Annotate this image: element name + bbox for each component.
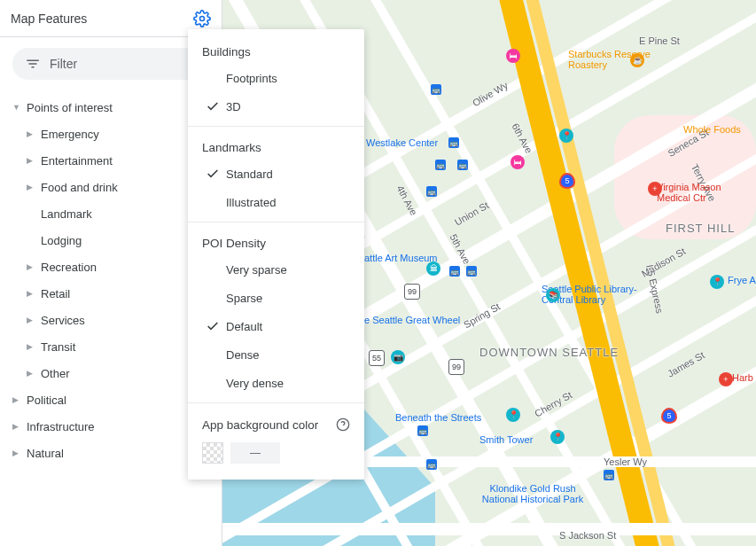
shield-99: 99: [448, 359, 464, 375]
chevron-right-icon: ▶: [27, 183, 35, 191]
filter-placeholder: Filter: [50, 57, 77, 71]
shield-99: 99: [404, 284, 420, 300]
bg-color-input[interactable]: [230, 442, 280, 464]
option-footprints[interactable]: Footprints: [188, 64, 364, 92]
pin-library-icon: 📚: [546, 288, 560, 302]
area-downtown: DOWNTOWN SEATTLE: [479, 346, 619, 359]
shield-i5: 5: [559, 173, 575, 189]
transit-icon: 🚌: [457, 160, 468, 170]
poi-sam: attle Art Museum: [364, 253, 438, 263]
option-standard[interactable]: Standard: [188, 160, 364, 188]
chevron-right-icon: ▶: [27, 129, 35, 138]
check-icon: [202, 99, 223, 113]
transit-icon: 🚌: [604, 470, 614, 480]
check-icon: [202, 167, 223, 181]
section-bg: App background color: [188, 409, 364, 437]
chevron-right-icon: ▶: [27, 342, 35, 351]
poi-beneath: Beneath the Streets: [395, 412, 481, 423]
poi-starbucks: Starbucks Reserve Roastery: [568, 49, 666, 70]
transit-icon: 🚌: [449, 266, 460, 277]
poi-wheel: e Seattle Great Wheel: [364, 315, 460, 325]
poi-wholefoods: Whole Foods: [683, 124, 741, 135]
pin-medical-icon: +: [719, 372, 733, 386]
pin-landmark-icon: 📍: [710, 275, 724, 289]
street-pine: E Pine St: [639, 35, 680, 46]
transit-icon: 🚌: [435, 160, 446, 170]
transit-icon: 🚌: [417, 425, 428, 436]
street-union: Union St: [453, 199, 491, 227]
section-density: POI Density: [188, 228, 364, 255]
option-very-sparse[interactable]: Very sparse: [188, 255, 364, 284]
color-swatch[interactable]: [202, 442, 223, 464]
option-default[interactable]: Default: [188, 312, 364, 340]
divider: [188, 222, 364, 222]
pin-landmark-icon: 📍: [559, 129, 573, 143]
transit-icon: 🚌: [448, 137, 459, 148]
sidebar-title: Map Features: [11, 12, 87, 26]
option-very-dense[interactable]: Very dense: [188, 369, 364, 397]
pin-lodging-icon: 🛏: [506, 49, 520, 63]
poi-frye: Frye A: [728, 275, 756, 285]
pin-landmark-icon: 📍: [550, 430, 565, 444]
transit-icon: 🚌: [431, 84, 441, 95]
filter-input[interactable]: Filter: [12, 48, 209, 80]
pin-museum-icon: 🏛: [426, 261, 440, 276]
chevron-right-icon: ▶: [27, 262, 35, 271]
option-sparse[interactable]: Sparse: [188, 284, 364, 312]
help-icon[interactable]: [336, 417, 350, 432]
pin-food-icon: ☕: [630, 53, 644, 67]
option-3d[interactable]: 3D: [188, 92, 364, 121]
poi-westlake: Westlake Center: [366, 137, 438, 148]
transit-icon: 🚌: [426, 186, 437, 197]
shield-55: 55: [369, 350, 385, 366]
transit-icon: 🚌: [426, 459, 437, 470]
transit-icon: 🚌: [466, 266, 477, 277]
chevron-right-icon: ▶: [12, 422, 21, 431]
chevron-right-icon: ▶: [27, 316, 35, 324]
poi-klondike: Klondike Gold Rush National Historical P…: [471, 483, 595, 504]
chevron-right-icon: ▶: [27, 156, 35, 165]
street-yesler: Yesler Wy: [604, 456, 647, 467]
poi-virginia: Virginia Mason Medical Ctr: [657, 182, 745, 203]
gear-icon[interactable]: [193, 10, 211, 27]
pin-lodging-icon: 🛏: [510, 155, 525, 169]
svg-point-0: [200, 16, 205, 20]
poi-smith: Smith Tower: [479, 434, 533, 445]
chevron-right-icon: ▶: [27, 369, 35, 378]
option-dense[interactable]: Dense: [188, 340, 364, 369]
pin-camera-icon: 📷: [391, 350, 405, 364]
section-buildings: Buildings: [188, 36, 364, 64]
road-jackson: [222, 523, 756, 535]
filter-icon: [25, 56, 41, 72]
chevron-down-icon: ▼: [12, 103, 21, 112]
shield-i5: 5: [661, 408, 677, 424]
pin-medical-icon: +: [648, 182, 662, 196]
bg-color-row: [188, 437, 364, 472]
street-jackson: S Jackson St: [559, 530, 616, 541]
poi-harb: Harb: [732, 372, 753, 383]
chevron-right-icon: ▶: [12, 448, 21, 457]
divider: [188, 402, 364, 403]
divider: [188, 126, 364, 127]
check-icon: [202, 319, 223, 333]
section-landmarks: Landmarks: [188, 132, 364, 160]
settings-popup: Buildings Footprints 3D Landmarks Standa…: [188, 29, 364, 480]
chevron-right-icon: ▶: [27, 289, 35, 298]
area-firsthill: FIRST HILL: [666, 222, 735, 235]
pin-landmark-icon: 📍: [506, 408, 520, 422]
option-illustrated[interactable]: Illustrated: [188, 188, 364, 216]
chevron-right-icon: ▶: [12, 395, 21, 404]
